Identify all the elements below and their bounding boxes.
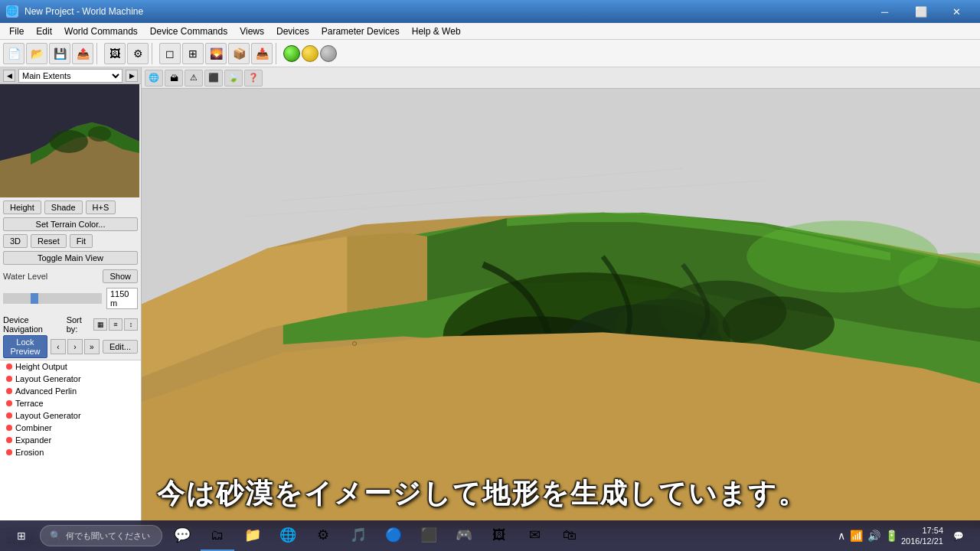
shade-view-button[interactable]: Shade [44, 201, 83, 214]
water-level-row: 1150 m [3, 288, 138, 309]
device-item-layout-generator-1[interactable]: Layout Generator [0, 373, 141, 385]
menu-bar: File Edit World Commands Device Commands… [0, 23, 980, 40]
fit-view-button[interactable]: Fit [70, 234, 93, 248]
notification-button[interactable]: 💬 [946, 520, 971, 551]
taskbar-app-cortana[interactable]: 💬 [165, 520, 199, 551]
nav-arrows: ‹ › » [51, 339, 100, 354]
device-dot [6, 400, 12, 406]
title-bar: 🌐 New Project - World Machine ─ ⬜ ✕ [0, 0, 980, 23]
taskbar-app-explorer[interactable]: 📁 [236, 520, 270, 551]
import-device-button[interactable]: 📥 [251, 43, 273, 64]
toggle-main-view-button[interactable]: Toggle Main View [3, 251, 138, 265]
terrain-3d-view[interactable]: 今は砂漠をイメージして地形を生成しています。 [142, 89, 980, 528]
sort-type-button[interactable]: ▦ [93, 318, 107, 331]
tray-network[interactable]: 📶 [850, 530, 863, 542]
export-device-button[interactable]: 📦 [228, 43, 250, 64]
menu-views[interactable]: Views [234, 23, 270, 39]
taskbar-app-store[interactable]: 🛍 [553, 520, 586, 551]
left-panel: ◀ Main Extents ▶ Height [0, 67, 142, 528]
3d-view-button[interactable]: 3D [3, 234, 28, 248]
taskbar-app-ie[interactable]: 🌐 [271, 520, 305, 551]
taskbar-app-photo[interactable]: 🖼 [482, 520, 516, 551]
terrain-preview-svg [0, 84, 139, 197]
menu-device-commands[interactable]: Device Commands [144, 23, 234, 39]
view3d-button[interactable]: 🌄 [205, 43, 227, 64]
render-button[interactable]: 🖼 [104, 43, 126, 64]
device-item-combiner[interactable]: Combiner [0, 422, 141, 434]
sort-order-button[interactable]: ↕ [124, 318, 138, 331]
main-content: ◀ Main Extents ▶ Height [0, 67, 980, 528]
reset-view-button[interactable]: Reset [31, 234, 67, 248]
taskbar-clock[interactable]: 17:54 2016/12/21 [901, 525, 943, 547]
preview-next-button[interactable]: ▶ [126, 70, 138, 82]
grid-button[interactable]: ⊞ [182, 43, 204, 64]
menu-world-commands[interactable]: World Commands [58, 23, 144, 39]
device-item-terrace[interactable]: Terrace [0, 397, 141, 409]
vp-orbit-button[interactable]: 🌐 [145, 70, 163, 86]
minimize-button[interactable]: ─ [867, 0, 902, 23]
start-button[interactable]: ⊞ [3, 520, 40, 551]
export-button[interactable]: 📤 [72, 43, 93, 64]
search-placeholder: 何でも聞いてください [66, 530, 150, 542]
water-show-button[interactable]: Show [103, 269, 138, 283]
app-icon: 🌐 [6, 5, 18, 18]
nav-prev-button[interactable]: ‹ [51, 339, 66, 354]
menu-help[interactable]: Help & Web [406, 23, 467, 39]
taskbar-app-media[interactable]: 🎵 [341, 520, 375, 551]
windows-taskbar: ⊞ 🔍 何でも聞いてください 💬 🗂 📁 🌐 ⚙ 🎵 🔵 ⬛ 🎮 🖼 ✉ 🛍 ∧… [0, 520, 980, 551]
vp-help-button[interactable]: ❓ [244, 70, 263, 86]
edit-device-button[interactable]: Edit... [103, 340, 138, 354]
water-level-slider[interactable] [3, 293, 102, 304]
extent-selector[interactable]: Main Extents [18, 69, 122, 83]
set-terrain-color-button[interactable]: Set Terrain Color... [3, 217, 138, 231]
tray-arrow[interactable]: ∧ [838, 530, 845, 542]
menu-parameter-devices[interactable]: Parameter Devices [315, 23, 406, 39]
taskbar-app-worldmachine[interactable]: 🗂 [201, 520, 234, 551]
toolbar-separator-1 [96, 43, 101, 64]
device-item-expander[interactable]: Expander [0, 434, 141, 446]
sort-name-button[interactable]: ≡ [109, 318, 122, 331]
nav-end-button[interactable]: » [84, 339, 100, 354]
device-name: Terrace [15, 399, 44, 408]
preview-prev-button[interactable]: ◀ [3, 70, 15, 82]
open-button[interactable]: 📂 [26, 43, 47, 64]
taskbar-app-chrome[interactable]: 🔵 [377, 520, 410, 551]
build-button[interactable]: ⚙ [127, 43, 149, 64]
sort-by-label: Sort by: [67, 315, 93, 334]
taskbar-app-mail[interactable]: ✉ [518, 520, 551, 551]
device-name: Advanced Perlin [15, 386, 77, 396]
taskbar-app-games[interactable]: 🎮 [447, 520, 481, 551]
taskbar-app-settings[interactable]: ⚙ [306, 520, 340, 551]
menu-devices[interactable]: Devices [270, 23, 315, 39]
device-item-advanced-perlin[interactable]: Advanced Perlin [0, 385, 141, 397]
maximize-button[interactable]: ⬜ [903, 0, 938, 23]
vp-solid-button[interactable]: ⬛ [204, 70, 223, 86]
nav-next-button[interactable]: › [67, 339, 83, 354]
system-tray-icons: ∧ 📶 🔊 🔋 [838, 530, 898, 542]
lock-preview-button[interactable]: Lock Preview [3, 335, 47, 358]
device-name: Expander [15, 435, 51, 445]
tray-volume[interactable]: 🔊 [867, 530, 880, 542]
device-item-erosion[interactable]: Erosion [0, 446, 141, 458]
device-item-layout-generator-2[interactable]: Layout Generator [0, 409, 141, 422]
close-button[interactable]: ✕ [939, 0, 974, 23]
vp-camera-button[interactable]: 🏔 [165, 70, 183, 86]
menu-file[interactable]: File [3, 23, 30, 39]
search-bar[interactable]: 🔍 何でも聞いてください [40, 525, 162, 546]
height-view-button[interactable]: Height [3, 201, 41, 214]
device-name: Layout Generator [15, 374, 81, 383]
hs-view-button[interactable]: H+S [86, 201, 116, 214]
tray-battery[interactable]: 🔋 [885, 530, 898, 542]
vp-texture-button[interactable]: 🍃 [224, 70, 243, 86]
menu-edit[interactable]: Edit [30, 23, 58, 39]
select-tool-button[interactable]: ◻ [159, 43, 181, 64]
status-light-yellow [302, 45, 318, 62]
vp-warning-button[interactable]: ⚠ [185, 70, 203, 86]
save-button[interactable]: 💾 [49, 43, 70, 64]
status-light-gray [320, 45, 337, 62]
window-controls: ─ ⬜ ✕ [867, 0, 974, 23]
new-button[interactable]: 📄 [3, 43, 24, 64]
device-item-height-output[interactable]: Height Output [0, 360, 141, 373]
taskbar-app-terminal[interactable]: ⬛ [412, 520, 446, 551]
svg-point-3 [50, 130, 88, 153]
